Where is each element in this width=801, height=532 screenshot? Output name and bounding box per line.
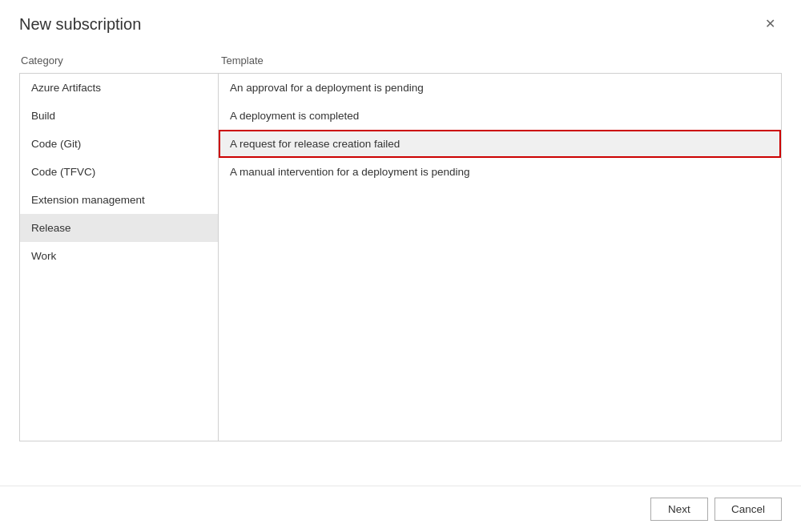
next-button[interactable]: Next [650,498,708,521]
template-item-deployment-completed[interactable]: A deployment is completed [219,102,781,130]
category-item-extension-management[interactable]: Extension management [20,186,218,214]
cancel-button[interactable]: Cancel [714,498,782,521]
dialog-body: Category Template Azure ArtifactsBuildCo… [0,42,801,526]
template-item-manual-intervention[interactable]: A manual intervention for a deployment i… [219,158,781,186]
category-column-header: Category [19,54,218,66]
category-item-azure-artifacts[interactable]: Azure Artifacts [20,74,218,102]
new-subscription-dialog: New subscription ✕ Category Template Azu… [0,0,801,532]
category-item-build[interactable]: Build [20,102,218,130]
category-item-release[interactable]: Release [20,214,218,242]
template-item-release-creation-failed[interactable]: A request for release creation failed [219,130,781,158]
category-item-work[interactable]: Work [20,242,218,270]
dialog-header: New subscription ✕ [0,0,801,42]
category-item-code-tfvc[interactable]: Code (TFVC) [20,158,218,186]
dialog-footer: Next Cancel [0,486,801,532]
category-item-code-git[interactable]: Code (Git) [20,130,218,158]
category-pane: Azure ArtifactsBuildCode (Git)Code (TFVC… [20,74,219,441]
template-item-approval-pending[interactable]: An approval for a deployment is pending [219,74,781,102]
dialog-title: New subscription [19,15,141,34]
content-area: Azure ArtifactsBuildCode (Git)Code (TFVC… [19,73,782,441]
template-column-header: Template [218,54,782,66]
template-pane: An approval for a deployment is pendingA… [219,74,781,441]
column-headers: Category Template [19,54,782,66]
close-button[interactable]: ✕ [759,14,782,34]
